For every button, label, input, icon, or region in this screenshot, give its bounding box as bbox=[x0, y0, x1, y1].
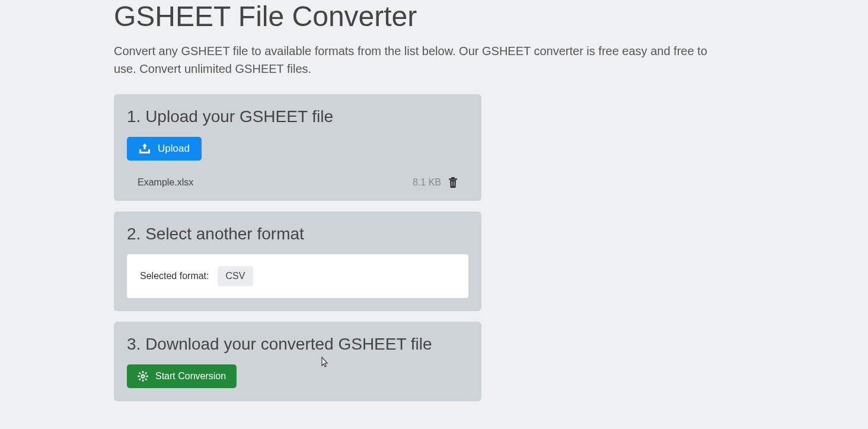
step2-title: 2. Select another format bbox=[127, 225, 468, 244]
svg-rect-5 bbox=[452, 181, 452, 186]
file-size: 8.1 KB bbox=[413, 177, 441, 188]
step1-title: 1. Upload your GSHEET file bbox=[127, 107, 468, 126]
cursor-icon bbox=[318, 356, 329, 370]
format-label: Selected format: bbox=[140, 271, 209, 281]
svg-rect-13 bbox=[139, 372, 141, 374]
svg-rect-11 bbox=[145, 372, 147, 374]
page-title: GSHEET File Converter bbox=[114, 0, 754, 33]
svg-rect-12 bbox=[139, 378, 141, 380]
svg-rect-14 bbox=[145, 378, 147, 380]
upload-label: Upload bbox=[158, 143, 190, 155]
svg-rect-4 bbox=[449, 178, 457, 180]
gear-icon bbox=[138, 371, 148, 382]
format-box: Selected format: CSV bbox=[127, 254, 468, 298]
start-conversion-button[interactable]: Start Conversion bbox=[127, 364, 237, 388]
svg-rect-7 bbox=[142, 371, 143, 373]
svg-rect-8 bbox=[142, 380, 143, 382]
svg-rect-1 bbox=[139, 149, 141, 153]
upload-button[interactable]: Upload bbox=[127, 137, 202, 161]
svg-rect-2 bbox=[148, 149, 150, 153]
format-selector[interactable]: CSV bbox=[218, 266, 254, 286]
svg-rect-6 bbox=[454, 181, 454, 186]
upload-icon bbox=[139, 143, 151, 154]
file-row: Example.xlsx 8.1 KB bbox=[127, 171, 468, 188]
svg-rect-10 bbox=[146, 376, 149, 377]
format-card: 2. Select another format Selected format… bbox=[114, 212, 481, 311]
svg-rect-9 bbox=[138, 376, 140, 377]
start-label: Start Conversion bbox=[155, 371, 226, 382]
trash-icon[interactable] bbox=[448, 177, 458, 188]
file-name: Example.xlsx bbox=[138, 177, 193, 188]
step3-title: 3. Download your converted GSHEET file bbox=[127, 335, 468, 354]
svg-rect-3 bbox=[451, 177, 455, 178]
download-card: 3. Download your converted GSHEET file S… bbox=[114, 322, 481, 401]
page-description: Convert any GSHEET file to available for… bbox=[114, 42, 730, 78]
upload-card: 1. Upload your GSHEET file Upload Exampl… bbox=[114, 94, 481, 201]
